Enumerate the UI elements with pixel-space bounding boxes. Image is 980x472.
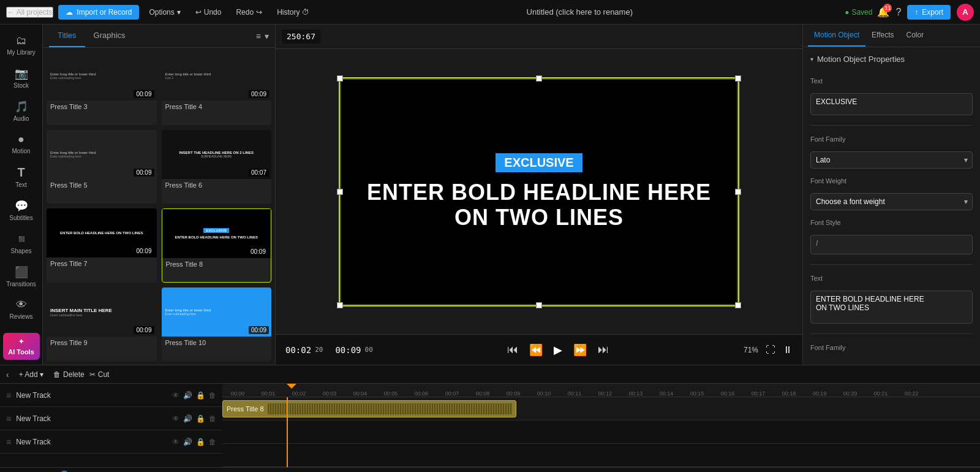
sidebar-item-library[interactable]: 🗂 My Library <box>3 29 40 61</box>
prop-group-fontstyle: Font Style I <box>810 219 973 254</box>
lock-icon[interactable]: 🔒 <box>196 391 205 400</box>
transport-timecodes: 00:02 20 00:09 00 <box>285 345 373 355</box>
delete-button[interactable]: 🗑 Delete <box>53 370 85 379</box>
shapes-icon: ◾ <box>15 232 28 246</box>
sidebar-item-stock[interactable]: 📷 Stock <box>3 62 40 94</box>
all-projects-button[interactable]: ← All projects <box>6 7 53 18</box>
delete-track-button[interactable]: 🗑 <box>209 414 216 423</box>
redo-button[interactable]: Redo ↪ <box>231 6 267 19</box>
right-panel-body: ▾ Motion Object Properties Text Font Fam… <box>803 47 980 361</box>
bottom-timeline: ‹ + Add ▾ 🗑 Delete ✂ Cut ≡ New Track 👁 🔊 <box>0 365 980 472</box>
fullscreen-button[interactable]: ⛶ <box>766 344 775 356</box>
timeline-clip[interactable]: Press Title 8 <box>222 400 516 417</box>
text2-input[interactable] <box>810 291 973 324</box>
skip-to-end-button[interactable]: ⏭ <box>595 341 611 359</box>
tab-graphics[interactable]: Graphics <box>85 25 134 47</box>
fontweight-select[interactable]: Choose a font weight 100 Thin 300 Light … <box>810 193 973 210</box>
notifications-button[interactable]: 🔔 11 <box>877 6 889 18</box>
track-actions: 👁 🔊 🔒 🗑 <box>172 438 216 446</box>
ai-tools-button[interactable]: ✦ AI Tools <box>3 333 40 360</box>
fontfamily-select-wrapper: Lato Arial Roboto ▾ <box>810 151 973 169</box>
timeline-scroll-area[interactable]: 00:00 00:01 00:02 00:03 00:04 00:05 00:0… <box>222 384 980 467</box>
sidebar-item-audio[interactable]: 🎵 Audio <box>3 95 40 127</box>
sidebar-item-reviews[interactable]: 👁 Reviews <box>3 294 40 325</box>
audio-icon[interactable]: 🔊 <box>183 391 192 400</box>
list-item[interactable]: Enter long title or lower third Enter su… <box>162 287 272 361</box>
add-track-button[interactable]: + Add ▾ <box>19 370 43 379</box>
canvas-content: EXCLUSIVE ENTER BOLD HEADLINE HEREON TWO… <box>341 80 737 304</box>
tab-color[interactable]: Color <box>900 25 930 47</box>
delete-track-button[interactable]: 🗑 <box>209 438 216 446</box>
lock-icon[interactable]: 🔒 <box>196 414 205 423</box>
template-name: Press Title 3 <box>47 101 157 113</box>
undo-button[interactable]: ↩ Undo <box>190 6 227 19</box>
project-title[interactable]: Untitled (click here to rename) <box>319 7 840 17</box>
avatar[interactable]: A <box>957 4 974 21</box>
list-item[interactable]: INSERT THE HEADLINE HERE ON 2 LINES SUBH… <box>162 130 272 204</box>
lock-icon[interactable]: 🔒 <box>196 438 205 446</box>
fast-forward-button[interactable]: ⏩ <box>571 341 589 359</box>
timecode-display: 250:67 <box>282 29 320 44</box>
track-name: New Track <box>16 414 167 423</box>
list-item[interactable]: INSERT MAIN TITLE HERE Insert subheadlin… <box>47 287 157 361</box>
template-name: Press Title 9 <box>47 337 157 349</box>
audio-icon[interactable]: 🔊 <box>183 414 192 423</box>
notification-count: 11 <box>883 4 892 12</box>
sidebar-item-shapes[interactable]: ◾ Shapes <box>3 227 40 259</box>
text1-input[interactable] <box>810 93 973 115</box>
options-button[interactable]: Options ▾ <box>144 6 185 19</box>
template-preview: Enter long title or lower third Enter su… <box>47 51 157 101</box>
clip-label: Press Title 8 <box>227 405 264 413</box>
play-button[interactable]: ▶ <box>551 341 565 359</box>
fontfamily-label: Font Family <box>810 135 973 143</box>
list-item[interactable]: EXCLUSIVE ENTER BOLD HEADLINE HERE ON TW… <box>162 208 272 283</box>
divider <box>810 264 973 265</box>
text2-label: Text <box>810 275 973 282</box>
import-record-button[interactable]: ☁ Import or Record <box>58 5 139 20</box>
sidebar-item-transitions[interactable]: ⬛ Transitions <box>3 261 40 292</box>
zoom-level: 71% <box>744 346 758 354</box>
clip-waveform <box>268 403 512 414</box>
template-name: Press Title 8 <box>162 258 271 270</box>
eye-icon[interactable]: 👁 <box>172 438 179 446</box>
sidebar-item-text[interactable]: T Text <box>3 161 40 193</box>
saved-status: ● Saved <box>845 8 872 17</box>
list-item[interactable]: Enter long title or lower third Enter su… <box>47 130 157 204</box>
track-labels: ≡ New Track 👁 🔊 🔒 🗑 ≡ New Track 👁 🔊 🔒 🗑 <box>0 384 222 467</box>
skip-to-start-button[interactable]: ⏮ <box>505 341 521 359</box>
help-button[interactable]: ? <box>895 7 901 18</box>
list-item[interactable]: Enter long title or lower third Line 2 0… <box>162 51 272 125</box>
panel: Titles Graphics ≡ ▾ Enter long title or … <box>43 25 276 365</box>
tab-titles[interactable]: Titles <box>49 25 85 47</box>
tab-effects[interactable]: Effects <box>865 25 900 47</box>
cut-button[interactable]: ✂ Cut <box>89 370 110 379</box>
template-preview: Enter long title or lower third Enter su… <box>162 287 272 337</box>
collapse-button[interactable]: ‹ <box>6 370 9 379</box>
eye-icon[interactable]: 👁 <box>172 391 179 400</box>
fontfamily-select[interactable]: Lato Arial Roboto <box>810 151 973 169</box>
canvas-wrapper: EXCLUSIVE ENTER BOLD HEADLINE HEREON TWO… <box>276 49 802 334</box>
reviews-icon: 👁 <box>16 299 27 311</box>
delete-track-button[interactable]: 🗑 <box>209 391 216 400</box>
eye-icon[interactable]: 👁 <box>172 414 179 423</box>
template-duration: 00:09 <box>134 90 154 98</box>
canvas[interactable]: EXCLUSIVE ENTER BOLD HEADLINE HEREON TWO… <box>340 78 738 305</box>
history-button[interactable]: History ⏱ <box>272 6 314 19</box>
pause-button[interactable]: ⏸ <box>783 344 793 356</box>
sidebar-item-subtitles[interactable]: 💬 Subtitles <box>3 194 40 226</box>
total-frame: 00 <box>365 346 373 354</box>
audio-icon: 🎵 <box>15 100 28 113</box>
template-name: Press Title 5 <box>47 179 157 191</box>
sort-button[interactable]: ▾ <box>265 31 269 41</box>
drag-handle-icon: ≡ <box>6 414 11 424</box>
drag-handle-icon: ≡ <box>6 437 11 447</box>
rewind-button[interactable]: ⏪ <box>527 341 545 359</box>
tab-motion-object[interactable]: Motion Object <box>808 25 865 47</box>
check-icon: ● <box>845 8 849 17</box>
list-item[interactable]: Enter long title or lower third Enter su… <box>47 51 157 125</box>
audio-icon[interactable]: 🔊 <box>183 438 192 446</box>
filter-button[interactable]: ≡ <box>256 31 261 41</box>
list-item[interactable]: ENTER BOLD HEADLINE HERE ON TWO LINES 00… <box>47 208 157 283</box>
export-button[interactable]: ↑ Export <box>907 5 951 20</box>
sidebar-item-motion[interactable]: ● Motion <box>3 128 40 159</box>
